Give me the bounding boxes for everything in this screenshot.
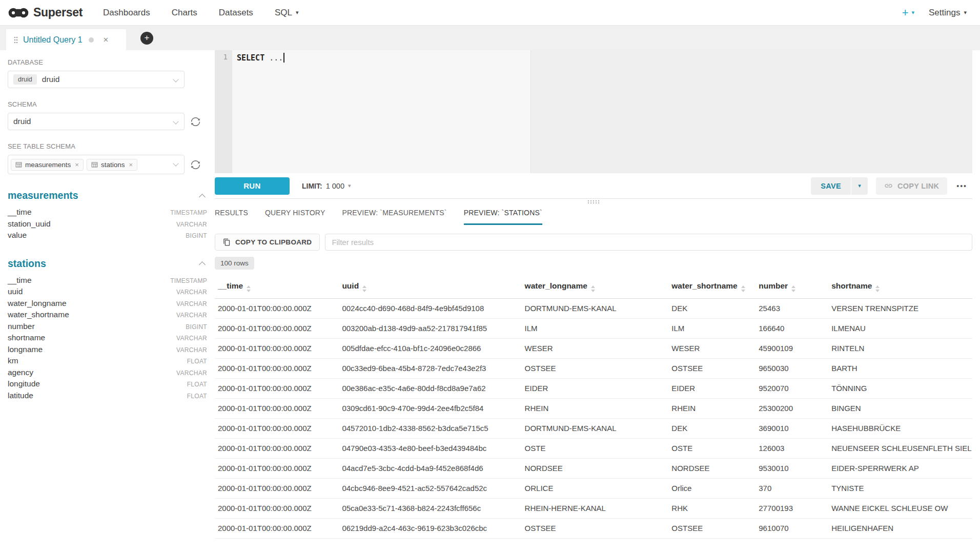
column-list: __time TIMESTAMP station_uuid VARCHAR va… bbox=[8, 208, 207, 242]
table-row: 2000-01-01T00:00:00.000Z 00c33ed9-6bea-4… bbox=[215, 358, 972, 378]
column-header[interactable]: uuid bbox=[339, 277, 521, 298]
table-schema-field: SEE TABLE SCHEMA measurement bbox=[8, 142, 207, 174]
cell-time: 2000-01-01T00:00:00.000Z bbox=[215, 418, 339, 438]
table-chip[interactable]: measurements × bbox=[11, 159, 84, 171]
database-field: DATABASE druid druid bbox=[8, 58, 207, 88]
cell-water-shortname: ILM bbox=[668, 318, 756, 338]
database-select[interactable]: druid druid bbox=[8, 71, 185, 88]
column-header[interactable]: water_longname bbox=[522, 277, 669, 298]
editor-cursor bbox=[283, 53, 284, 63]
query-tab[interactable]: Untitled Query 1 × bbox=[6, 29, 126, 50]
column-name: value bbox=[8, 231, 27, 240]
schema-table-stations: stations __time TIMESTAMP uuid VARCHAR bbox=[8, 258, 207, 403]
sql-editor[interactable]: 1 SELECT ... bbox=[215, 50, 972, 173]
column-header-label: shortname bbox=[831, 281, 872, 290]
results-tab[interactable]: PREVIEW: `STATIONS` bbox=[464, 209, 542, 225]
cell-water-shortname: OSTSEE bbox=[668, 518, 756, 538]
save-dropdown-button[interactable]: ▾ bbox=[851, 177, 868, 195]
cell-water-shortname: RHK bbox=[668, 498, 756, 518]
cell-uuid: 003200ab-d138-49d9-aa52-217817941f85 bbox=[339, 318, 521, 338]
nav-datasets[interactable]: Datasets bbox=[219, 8, 253, 18]
results-tab[interactable]: RESULTS bbox=[215, 209, 248, 225]
drag-handle-icon[interactable] bbox=[14, 36, 18, 44]
column-header[interactable]: __time bbox=[215, 277, 339, 298]
cell-water-longname: NORDSEE bbox=[522, 458, 669, 478]
run-button[interactable]: RUN bbox=[215, 177, 290, 195]
refresh-tables-icon[interactable] bbox=[190, 159, 201, 170]
cell-time: 2000-01-01T00:00:00.000Z bbox=[215, 338, 339, 358]
cell-water-shortname: NORDSEE bbox=[668, 458, 756, 478]
column-type: VARCHAR bbox=[176, 335, 207, 342]
schema-select[interactable]: druid bbox=[8, 113, 185, 130]
column-header[interactable]: number bbox=[756, 277, 828, 298]
superset-home-link[interactable]: Superset bbox=[8, 6, 83, 19]
cell-water-longname: EIDER bbox=[522, 378, 669, 398]
cell-number: 25300200 bbox=[756, 398, 828, 418]
column-type: TIMESTAMP bbox=[170, 209, 207, 216]
nav-charts[interactable]: Charts bbox=[172, 8, 197, 18]
settings-menu[interactable]: Settings ▾ bbox=[929, 8, 967, 18]
cell-number: 166640 bbox=[756, 318, 828, 338]
column-name: number bbox=[8, 322, 35, 331]
results-tab[interactable]: QUERY HISTORY bbox=[265, 209, 325, 225]
pane-resize-handle[interactable] bbox=[215, 198, 972, 205]
cell-shortname: WANNE EICKEL SCHLEUSE OW bbox=[828, 498, 972, 518]
sort-icon[interactable] bbox=[591, 285, 595, 292]
table-chip[interactable]: stations × bbox=[87, 159, 137, 171]
remove-table-icon[interactable]: × bbox=[75, 161, 79, 169]
database-value: druid bbox=[42, 75, 59, 84]
limit-dropdown[interactable]: LIMIT: 1 000 ▾ bbox=[302, 182, 351, 190]
editor-code-area[interactable]: SELECT ... bbox=[232, 50, 972, 173]
plus-icon: + bbox=[902, 7, 909, 18]
sort-icon[interactable] bbox=[791, 285, 795, 292]
cell-water-longname: ILM bbox=[522, 318, 669, 338]
chevron-down-icon: ▾ bbox=[348, 183, 351, 189]
sort-icon[interactable] bbox=[362, 285, 366, 292]
add-tab-button[interactable]: + bbox=[140, 32, 153, 45]
refresh-schema-icon[interactable] bbox=[190, 116, 201, 127]
cell-uuid: 05ca0e33-5c71-4368-b824-2243fcff656c bbox=[339, 498, 521, 518]
cell-water-shortname: OSTE bbox=[668, 438, 756, 458]
cell-number: 9610070 bbox=[756, 518, 828, 538]
column-header[interactable]: shortname bbox=[828, 277, 972, 298]
nav-sql-menu[interactable]: SQL ▾ bbox=[275, 8, 299, 18]
table-collapse-header[interactable]: stations bbox=[8, 258, 207, 270]
column-type: VARCHAR bbox=[176, 289, 207, 296]
drag-dots-icon bbox=[587, 200, 600, 204]
table-row: 2000-01-01T00:00:00.000Z 04572010-1db2-4… bbox=[215, 418, 972, 438]
limit-value: 1 000 bbox=[326, 182, 344, 190]
close-tab-icon[interactable]: × bbox=[104, 35, 109, 45]
plus-icon: + bbox=[145, 33, 150, 42]
row-count-row: 100 rows bbox=[215, 257, 972, 270]
more-options-icon[interactable]: ••• bbox=[956, 182, 967, 190]
copy-link-button[interactable]: COPY LINK bbox=[876, 177, 947, 195]
cell-shortname: HASEHUBBRÜCKE bbox=[828, 418, 972, 438]
sort-icon[interactable] bbox=[247, 285, 251, 292]
results-tab[interactable]: PREVIEW: `MEASUREMENTS` bbox=[342, 209, 446, 225]
table-row: 2000-01-01T00:00:00.000Z 04acd7e5-3cbc-4… bbox=[215, 458, 972, 478]
save-split-button: SAVE ▾ bbox=[811, 177, 868, 195]
chevron-up-icon[interactable] bbox=[199, 194, 206, 200]
cell-shortname: HEILIGENHAFEN bbox=[828, 518, 972, 538]
table-select[interactable]: measurements × stations bbox=[8, 155, 185, 174]
cell-shortname: TÖNNING bbox=[828, 378, 972, 398]
sort-icon[interactable] bbox=[741, 285, 745, 292]
new-item-button[interactable]: + ▾ bbox=[902, 7, 914, 18]
column-type: FLOAT bbox=[187, 393, 207, 400]
line-number: 1 bbox=[223, 53, 228, 61]
filter-results-input[interactable] bbox=[325, 234, 972, 251]
sort-icon[interactable] bbox=[875, 285, 880, 292]
table-collapse-header[interactable]: measurements bbox=[8, 190, 207, 201]
database-engine-badge: druid bbox=[13, 74, 37, 85]
sqllab-body: DATABASE druid druid SCHEMA druid SEE TA… bbox=[0, 50, 980, 554]
column-header[interactable]: water_shortname bbox=[668, 277, 756, 298]
remove-table-icon[interactable]: × bbox=[129, 161, 133, 169]
column-row: longname VARCHAR bbox=[8, 345, 207, 357]
column-type: VARCHAR bbox=[176, 370, 207, 377]
save-button[interactable]: SAVE bbox=[811, 177, 851, 195]
copy-to-clipboard-button[interactable]: COPY TO CLIPBOARD bbox=[215, 234, 320, 251]
column-header-label: __time bbox=[218, 281, 243, 290]
chevron-up-icon[interactable] bbox=[199, 261, 206, 268]
cell-uuid: 04cbc946-8ee9-4521-ac52-557642cad52c bbox=[339, 478, 521, 498]
nav-dashboards[interactable]: Dashboards bbox=[103, 8, 150, 18]
